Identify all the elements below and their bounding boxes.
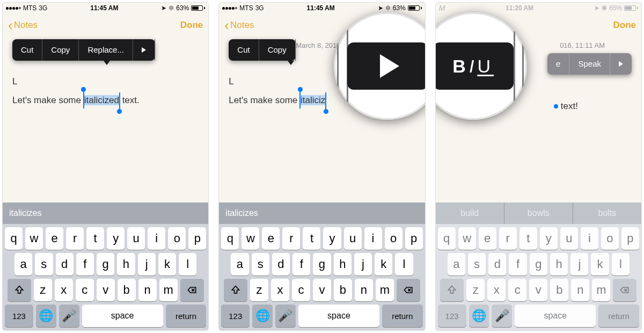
key-n[interactable]: n — [571, 279, 589, 301]
key-g[interactable]: g — [530, 253, 547, 276]
selection-handle-start-icon[interactable] — [299, 92, 301, 108]
globe-key[interactable]: 🌐 — [469, 305, 489, 327]
text-selection[interactable]: italiciz — [300, 93, 326, 107]
key-y[interactable]: y — [323, 227, 341, 250]
key-f[interactable]: f — [76, 253, 94, 276]
space-key[interactable]: space — [82, 305, 163, 327]
key-q[interactable]: q — [221, 227, 239, 250]
key-o[interactable]: o — [601, 227, 619, 250]
key-i[interactable]: i — [148, 227, 165, 250]
key-j[interactable]: j — [354, 253, 372, 276]
key-c[interactable]: c — [292, 279, 310, 301]
key-q[interactable]: q — [438, 227, 456, 250]
key-h[interactable]: h — [334, 253, 352, 276]
key-w[interactable]: w — [458, 227, 476, 250]
return-key[interactable]: return — [598, 305, 639, 327]
text-selection[interactable]: italicized — [84, 93, 120, 107]
key-e[interactable]: e — [262, 227, 280, 250]
selection-handle-end-icon[interactable] — [325, 92, 326, 109]
key-m[interactable]: m — [592, 279, 610, 301]
key-a[interactable]: a — [231, 253, 248, 276]
key-f[interactable]: f — [509, 253, 526, 276]
key-v[interactable]: v — [97, 279, 115, 301]
space-key[interactable]: space — [298, 305, 379, 327]
globe-key[interactable]: 🌐 — [36, 305, 56, 327]
key-p[interactable]: p — [405, 227, 423, 250]
key-d[interactable]: d — [488, 253, 506, 276]
key-z[interactable]: z — [250, 279, 268, 301]
delete-key[interactable] — [613, 279, 636, 301]
key-y[interactable]: y — [107, 227, 125, 250]
key-w[interactable]: w — [25, 227, 43, 250]
shift-key[interactable] — [8, 279, 31, 301]
key-q[interactable]: q — [5, 227, 23, 250]
shift-key[interactable] — [440, 279, 464, 301]
key-g[interactable]: g — [97, 253, 114, 276]
key-h[interactable]: h — [550, 253, 568, 276]
menu-copy[interactable]: Copy — [42, 39, 79, 61]
return-key[interactable]: return — [382, 305, 423, 327]
key-h[interactable]: h — [117, 253, 135, 276]
key-j[interactable]: j — [570, 253, 588, 276]
key-x[interactable]: x — [55, 279, 73, 301]
key-i[interactable]: i — [364, 227, 382, 250]
key-u[interactable]: u — [560, 227, 578, 250]
suggestion-1[interactable]: italicizes — [219, 202, 425, 224]
key-s[interactable]: s — [468, 253, 486, 276]
key-b[interactable]: b — [334, 279, 352, 301]
key-a[interactable]: a — [448, 253, 465, 276]
key-v[interactable]: v — [313, 279, 331, 301]
key-s[interactable]: s — [252, 253, 269, 276]
menu-more[interactable] — [610, 53, 632, 75]
key-k[interactable]: k — [591, 253, 609, 276]
key-p[interactable]: p — [188, 227, 206, 250]
key-d[interactable]: d — [272, 253, 290, 276]
key-m[interactable]: m — [376, 279, 394, 301]
menu-copy[interactable]: Copy — [259, 39, 296, 61]
key-a[interactable]: a — [14, 253, 32, 276]
key-x[interactable]: x — [487, 279, 506, 301]
menu-speak[interactable]: Speak — [569, 53, 610, 75]
key-y[interactable]: y — [540, 227, 558, 250]
numbers-key[interactable]: 123 — [221, 305, 250, 327]
key-n[interactable]: n — [138, 279, 157, 301]
key-k[interactable]: k — [158, 253, 176, 276]
mic-key[interactable]: 🎤 — [275, 305, 296, 327]
key-b[interactable]: b — [550, 279, 568, 301]
mic-key[interactable]: 🎤 — [59, 305, 79, 327]
key-d[interactable]: d — [56, 253, 74, 276]
key-t[interactable]: t — [303, 227, 320, 250]
key-m[interactable]: m — [159, 279, 178, 301]
key-g[interactable]: g — [313, 253, 331, 276]
key-n[interactable]: n — [355, 279, 373, 301]
key-t[interactable]: t — [519, 227, 537, 250]
key-b[interactable]: b — [118, 279, 136, 301]
key-u[interactable]: u — [127, 227, 145, 250]
key-u[interactable]: u — [344, 227, 362, 250]
key-o[interactable]: o — [385, 227, 402, 250]
done-button[interactable]: Done — [613, 20, 636, 31]
key-z[interactable]: z — [466, 279, 485, 301]
key-k[interactable]: k — [375, 253, 392, 276]
key-x[interactable]: x — [271, 279, 289, 301]
suggestion-2[interactable]: bowls — [504, 202, 573, 224]
delete-key[interactable] — [397, 279, 420, 301]
key-l[interactable]: l — [395, 253, 413, 276]
menu-replace[interactable]: Replace... — [79, 39, 133, 61]
cursor-handle-icon[interactable] — [554, 104, 558, 108]
menu-item-partial[interactable]: e — [547, 53, 569, 75]
selection-handle-end-icon[interactable] — [119, 92, 120, 109]
key-r[interactable]: r — [66, 227, 84, 250]
key-c[interactable]: c — [508, 279, 526, 301]
suggestion-3[interactable]: bolts — [573, 202, 641, 224]
menu-cut[interactable]: Cut — [12, 39, 42, 61]
numbers-key[interactable]: 123 — [438, 305, 466, 327]
done-button[interactable]: Done — [180, 20, 203, 31]
back-button[interactable]: ‹ Notes — [224, 18, 254, 32]
menu-more[interactable] — [133, 39, 155, 61]
key-r[interactable]: r — [499, 227, 517, 250]
shift-key[interactable] — [224, 279, 247, 301]
globe-key[interactable]: 🌐 — [252, 305, 273, 327]
key-s[interactable]: s — [35, 253, 53, 276]
key-i[interactable]: i — [581, 227, 598, 250]
